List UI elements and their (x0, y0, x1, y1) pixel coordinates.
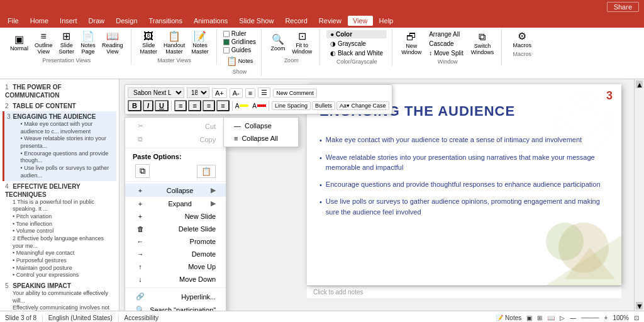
menu-transitions[interactable]: Transitions (144, 16, 187, 26)
color-btn[interactable]: ● Color (326, 30, 387, 38)
ribbon-btn-slide-master[interactable]: 🖼 SlideMaster (138, 30, 160, 56)
new-comment-btn[interactable]: New Comment (273, 89, 317, 97)
ribbon-btn-fit-window[interactable]: ⊡ Fit toWindow (289, 30, 314, 56)
notes-area[interactable]: Click to add notes (307, 286, 621, 298)
ctx-expand[interactable]: + Expand ▶ (125, 197, 226, 210)
ruler-checkbox[interactable] (223, 31, 230, 37)
float-toolbar: Sabon Next LT (I 18 A+ A- ≡ ☰ New Commen… (125, 84, 392, 114)
notes-page-icon: 📄 (82, 31, 94, 42)
sorter-icon: ⊞ (62, 31, 70, 42)
zoom-in-btn[interactable]: + (604, 314, 608, 321)
menu-draw[interactable]: Draw (84, 16, 110, 26)
paste-icon-2[interactable]: 📋 (197, 165, 216, 178)
cascade-btn[interactable]: Cascade (425, 40, 467, 48)
underline-btn[interactable]: U (155, 100, 169, 111)
font-family-select[interactable]: Sabon Next LT (I (128, 87, 184, 98)
arrange-all-btn[interactable]: Arrange All (425, 30, 467, 38)
slideshow-btn[interactable]: ▷ (560, 314, 565, 321)
ctx-move-up[interactable]: ↑Move Up (125, 260, 226, 273)
bullets-btn[interactable]: Bullets (312, 101, 335, 110)
guides-checkbox[interactable] (223, 47, 230, 53)
view-sorter-btn[interactable]: ⊞ (537, 314, 542, 321)
bold-btn[interactable]: B (128, 100, 142, 111)
menu-review[interactable]: Review (314, 16, 347, 26)
ribbon-btn-notes[interactable]: 📄 NotesPage (78, 30, 98, 56)
ribbon-btn-new-window[interactable]: 🗗 NewWindow (399, 31, 424, 57)
align-center-btn[interactable]: ≡ (188, 100, 201, 111)
menu-insert[interactable]: Insert (55, 16, 82, 26)
ribbon-btn-outline[interactable]: ≡ OutlineView (32, 30, 55, 56)
handout-master-icon: 📋 (168, 31, 180, 42)
scroll-down-btn[interactable]: ▼ (636, 302, 643, 309)
outline-item-1[interactable]: 1 THE POWER OF COMMUNICATION (3, 82, 116, 101)
title-bar: Share (0, 0, 644, 14)
ctx-cut[interactable]: ✂Cut (125, 119, 226, 133)
ribbon-btn-macros[interactable]: ⚙ Macros (510, 30, 534, 50)
notes-toggle[interactable]: 📝 Notes (496, 314, 521, 321)
outline-item-3[interactable]: 3 ENGAGING THE AUDIENCE • Make eye conta… (3, 111, 116, 181)
ribbon-btn-zoom[interactable]: 🔍 Zoom (268, 33, 288, 53)
ctx-move-down[interactable]: ↓Move Down (125, 273, 226, 286)
menu-help[interactable]: Help (374, 16, 399, 26)
outline-item-2[interactable]: 2 TABLE OF CONTENT (3, 101, 116, 111)
black-white-btn[interactable]: ◐ Black and White (326, 49, 387, 57)
list1-btn[interactable]: ≡ (245, 88, 255, 98)
outline-item-4[interactable]: 4 EFFECTIVE DELIVERY TECHNIQUES 1 This i… (3, 181, 116, 281)
list2-btn[interactable]: ☰ (258, 87, 270, 98)
ctx-collapse[interactable]: + Collapse ▶ (125, 184, 226, 197)
guides-checkbox-row: Guides (223, 47, 256, 53)
ctx-demote[interactable]: →Demote (125, 248, 226, 260)
submenu-collapse-all[interactable]: ≡ Collapse All (224, 132, 298, 145)
italic-btn[interactable]: I (143, 100, 153, 111)
ctx-search[interactable]: 🔍Search "participation" (125, 303, 226, 311)
align-left-btn[interactable]: ≡ (174, 100, 187, 111)
menu-file[interactable]: File (3, 16, 24, 26)
ribbon-group-show: Ruler Gridlines Guides 📋 Notes Show (218, 29, 262, 76)
menu-view[interactable]: View (348, 16, 373, 26)
ctx-new-slide[interactable]: +New Slide (125, 210, 226, 223)
ribbon-btn-normal[interactable]: ▣ Normal (8, 33, 31, 53)
main-area: 1 THE POWER OF COMMUNICATION 2 TABLE OF … (0, 79, 644, 311)
ctx-promote[interactable]: ←Promote (125, 235, 226, 248)
font-size-select[interactable]: 18 (187, 87, 209, 98)
outline-item-5[interactable]: 5 SPEAKING IMPACT Your ability to commun… (3, 280, 116, 311)
share-button[interactable]: Share (607, 2, 639, 12)
menu-animations[interactable]: Animations (189, 16, 233, 26)
view-normal-btn[interactable]: ▣ (526, 314, 532, 321)
menu-record[interactable]: Record (280, 16, 312, 26)
align-right-btn[interactable]: ≡ (203, 100, 215, 111)
change-case-btn[interactable]: Aa▾ Change Case (336, 101, 389, 110)
highlight-color-btn[interactable]: A (252, 103, 266, 109)
zoom-out-btn[interactable]: — (570, 314, 576, 321)
gridlines-checkbox[interactable] (223, 39, 230, 45)
ribbon-btn-reading[interactable]: 📖 ReadingView (99, 30, 126, 56)
scroll-up-btn[interactable]: ▲ (636, 80, 643, 88)
ribbon-btn-sorter[interactable]: ⊞ SlideSorter (57, 30, 77, 56)
menu-slideshow[interactable]: Slide Show (234, 16, 279, 26)
decrease-font-btn[interactable]: A- (230, 88, 243, 98)
ctx-paste-icons[interactable]: ⧉ 📋 (125, 163, 226, 179)
line-spacing-btn[interactable]: Line Spacing (272, 101, 311, 110)
font-color-btn[interactable]: A (235, 103, 249, 109)
ribbon-btn-notes-master[interactable]: 📝 NotesMaster (189, 30, 211, 56)
align-justify-btn[interactable]: ≡ (216, 100, 229, 111)
view-reading-btn[interactable]: 📖 (547, 314, 555, 321)
paste-icon-1[interactable]: ⧉ (135, 164, 150, 178)
ctx-hyperlink[interactable]: 🔗Hyperlink... (125, 290, 226, 303)
ribbon-btn-handout-master[interactable]: 📋 HandoutMaster (161, 30, 187, 56)
slide-canvas[interactable]: 3 ENGAGING THE AUDIENCE • Make eye conta… (307, 84, 621, 286)
ctx-delete-slide[interactable]: 🗑Delete Slide (125, 223, 226, 235)
ribbon-group-zoom: 🔍 Zoom ⊡ Fit toWindow Zoom (263, 29, 320, 65)
fit-slide-btn[interactable]: ⊡ (634, 314, 639, 321)
right-scrollbar[interactable]: ▲ ▼ (634, 79, 644, 311)
zoom-slider[interactable]: ──── (581, 314, 599, 321)
notes-toggle-btn[interactable]: 📋 Notes (224, 55, 256, 67)
move-split-btn[interactable]: ↕ Move Split (425, 49, 467, 57)
grayscale-btn[interactable]: ◑ Grayscale (326, 40, 387, 48)
increase-font-btn[interactable]: A+ (212, 88, 227, 98)
menu-home[interactable]: Home (25, 16, 53, 26)
menu-design[interactable]: Design (111, 16, 142, 26)
ctx-copy[interactable]: ⧉Copy (125, 133, 226, 146)
ribbon-btn-switch-windows[interactable]: ⧉ SwitchWindows (469, 31, 497, 57)
submenu-collapse[interactable]: — Collapse (224, 119, 298, 132)
